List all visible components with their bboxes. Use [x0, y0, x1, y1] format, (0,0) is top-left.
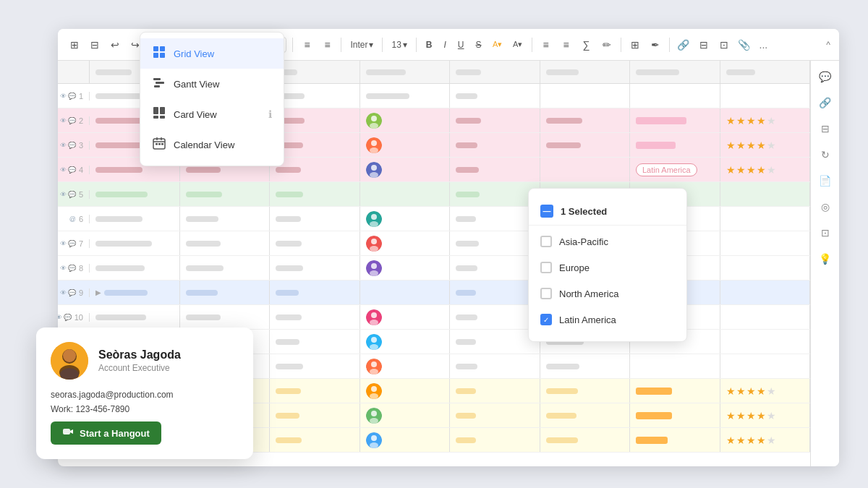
cell-4-6[interactable] [540, 158, 631, 181]
info-icon[interactable]: ℹ [268, 108, 272, 120]
cell-15-3[interactable] [270, 428, 360, 452]
eye-icon[interactable]: 👁 [60, 142, 67, 149]
eye-icon[interactable]: 👁 [60, 166, 67, 174]
cell-3-6[interactable] [540, 133, 631, 157]
cell-5-4[interactable] [360, 182, 451, 206]
cell-5-5[interactable] [450, 182, 540, 206]
hangout-button[interactable]: Start a Hangout [51, 421, 161, 445]
size-dropdown[interactable]: 13 ▾ [388, 38, 409, 51]
cell-12-6[interactable] [540, 354, 631, 378]
filter-item-europe[interactable]: Europe [529, 254, 686, 281]
eye-sidebar-icon[interactable]: ◎ [815, 197, 835, 217]
cell-1-7[interactable] [630, 84, 720, 108]
comment-icon[interactable]: ⊡ [716, 37, 732, 53]
strikethrough-button[interactable]: S [472, 38, 485, 51]
underline-button[interactable]: U [454, 38, 468, 51]
cell-9-8[interactable] [720, 281, 811, 304]
view-item-card[interactable]: Card View ℹ [140, 99, 284, 129]
comment-icon-row[interactable]: 💬 [68, 191, 76, 198]
print-icon[interactable]: ⊟ [87, 37, 103, 53]
link-sidebar-icon[interactable]: 🔗 [815, 93, 835, 113]
cell-6-5[interactable] [450, 207, 540, 231]
cell-2-7[interactable] [630, 108, 720, 132]
highlight-color-icon[interactable]: A▾ [490, 37, 506, 53]
cell-4-5[interactable] [450, 158, 540, 181]
list-icon[interactable]: ≡ [558, 37, 574, 53]
cell-7-4[interactable] [360, 231, 451, 255]
align-right-icon[interactable]: ≡ [319, 37, 335, 53]
cell-7-3[interactable] [270, 231, 360, 255]
view-item-grid[interactable]: Grid View [140, 38, 284, 69]
expand-arrow[interactable]: ▶ [95, 288, 101, 296]
cell-4-8[interactable]: ★★★★★ [720, 158, 811, 181]
cell-6-1[interactable] [90, 207, 180, 231]
cell-10-5[interactable] [450, 305, 540, 329]
eye-icon[interactable]: 👁 [60, 117, 67, 124]
cell-15-8[interactable]: ★★★★★ [720, 428, 811, 452]
comment-icon-row[interactable]: 💬 [68, 93, 76, 100]
comment-icon-row[interactable]: 💬 [68, 240, 76, 247]
comment-icon-row[interactable]: 💬 [64, 314, 72, 321]
cell-7-5[interactable] [450, 231, 540, 255]
table2-icon[interactable]: ⊞ [627, 37, 643, 53]
bold-button[interactable]: B [422, 38, 436, 51]
cell-3-8[interactable]: ★★★★★ [720, 133, 811, 157]
cell-9-3[interactable] [270, 281, 360, 304]
cell-9-2[interactable] [180, 281, 271, 304]
cell-15-7[interactable] [630, 428, 720, 452]
eye-icon[interactable]: 👁 [60, 289, 67, 296]
eye-icon[interactable]: 👁 [60, 93, 67, 100]
cell-14-3[interactable] [270, 403, 360, 427]
eye-icon[interactable]: 👁 [60, 265, 67, 272]
comment-icon-row[interactable]: 💬 [68, 117, 76, 124]
eye-icon[interactable]: 👁 [60, 191, 67, 198]
cell-10-4[interactable] [360, 305, 451, 329]
cell-5-3[interactable] [270, 182, 360, 206]
cell-10-3[interactable] [270, 305, 360, 329]
cell-6-2[interactable] [180, 207, 271, 231]
cell-9-5[interactable] [450, 281, 540, 304]
text-color-icon[interactable]: A▾ [510, 37, 526, 53]
cell-7-8[interactable] [720, 231, 811, 255]
cell-9-1[interactable]: ▶ [90, 281, 180, 304]
cell-8-3[interactable] [270, 256, 360, 280]
cell-11-8[interactable] [720, 330, 811, 354]
table-icon[interactable]: ⊞ [67, 37, 82, 53]
checkbox-north-america[interactable] [540, 288, 552, 299]
copy-sidebar-icon[interactable]: ⊡ [815, 223, 835, 243]
filter-item-latin-america[interactable]: ✓ Latin America [529, 307, 686, 333]
cell-13-4[interactable] [360, 379, 451, 403]
filter-item-asia[interactable]: Asia-Pacific [529, 228, 686, 254]
comment-sidebar-icon[interactable]: 💬 [815, 67, 835, 87]
cell-14-7[interactable] [630, 403, 720, 427]
cell-7-2[interactable] [180, 231, 271, 255]
comment-icon-row[interactable]: 💬 [68, 265, 76, 272]
cell-5-1[interactable] [90, 182, 180, 206]
checkbox-europe[interactable] [540, 262, 552, 273]
cell-9-4[interactable] [360, 281, 451, 304]
cell-1-4[interactable] [360, 84, 451, 108]
cell-12-4[interactable] [360, 354, 451, 378]
cell-5-8[interactable] [720, 182, 811, 206]
view-item-calendar[interactable]: Calendar View [140, 129, 284, 160]
font-dropdown[interactable]: Inter ▾ [347, 38, 376, 51]
lightbulb-sidebar-icon[interactable]: 💡 [815, 249, 835, 269]
cell-1-5[interactable] [450, 84, 540, 108]
cell-11-3[interactable] [270, 330, 360, 354]
cell-12-8[interactable] [720, 354, 811, 378]
cell-13-5[interactable] [450, 379, 540, 403]
cell-2-6[interactable] [540, 108, 631, 132]
cell-11-5[interactable] [450, 330, 540, 354]
cell-10-8[interactable] [720, 305, 811, 329]
cell-1-8[interactable] [720, 84, 811, 108]
checkbox-asia[interactable] [540, 236, 552, 247]
cell-1-6[interactable] [540, 84, 631, 108]
cell-10-1[interactable] [90, 305, 180, 329]
cell-13-3[interactable] [270, 379, 360, 403]
eye-icon[interactable]: 👁 [58, 314, 62, 321]
region-tag-4[interactable]: Latin America [636, 163, 697, 176]
cell-3-4[interactable] [360, 133, 451, 157]
cell-4-7[interactable]: Latin America [630, 158, 720, 181]
attachment-icon[interactable]: 📎 [736, 37, 752, 53]
pen-icon[interactable]: ✒ [647, 37, 663, 53]
